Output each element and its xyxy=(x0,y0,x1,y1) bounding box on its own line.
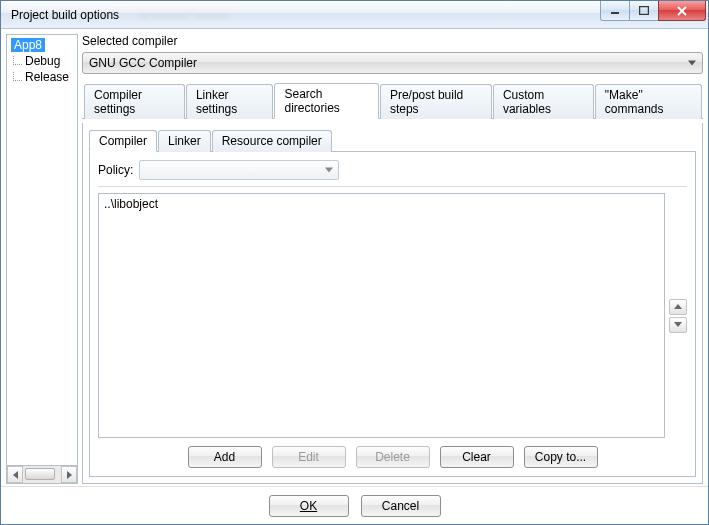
dialog-buttons: OK Cancel xyxy=(1,486,708,524)
title-blurred: — ——— · ——— xyxy=(139,9,228,21)
add-button[interactable]: Add xyxy=(188,446,262,468)
scroll-left-button[interactable] xyxy=(7,466,23,483)
inner-tab-panel: Policy: ..\libobject xyxy=(89,152,696,477)
window-controls xyxy=(601,1,708,28)
tab-compiler-settings[interactable]: Compiler settings xyxy=(84,84,185,119)
tab-make-commands[interactable]: "Make" commands xyxy=(595,84,702,119)
selected-compiler-label: Selected compiler xyxy=(82,34,703,48)
right-content: Selected compiler GNU GCC Compiler Compi… xyxy=(82,34,703,484)
scroll-thumb[interactable] xyxy=(25,468,55,480)
tab-prepost-build[interactable]: Pre/post build steps xyxy=(380,84,492,119)
chevron-down-icon xyxy=(325,168,333,173)
policy-combo[interactable] xyxy=(139,160,339,180)
compiler-combo-value: GNU GCC Compiler xyxy=(89,56,197,70)
chevron-left-icon xyxy=(13,471,18,479)
window-title: Project build options xyxy=(1,8,119,22)
chevron-down-icon xyxy=(674,322,682,327)
tree-hscrollbar[interactable] xyxy=(6,466,78,484)
chevron-down-icon xyxy=(688,61,696,66)
tree-child-node[interactable]: Release xyxy=(9,69,75,85)
svg-rect-1 xyxy=(640,7,649,15)
tree-child-node[interactable]: Debug xyxy=(9,53,75,69)
scroll-right-button[interactable] xyxy=(61,466,77,483)
reorder-buttons xyxy=(669,193,687,438)
separator xyxy=(98,186,687,187)
ok-label: OK xyxy=(300,499,317,513)
maximize-button[interactable] xyxy=(629,1,659,21)
outer-tab-panel: Compiler Linker Resource compiler Policy… xyxy=(82,123,703,484)
clear-button[interactable]: Clear xyxy=(440,446,514,468)
chevron-right-icon xyxy=(67,471,72,479)
compiler-combo[interactable]: GNU GCC Compiler xyxy=(82,52,703,74)
chevron-up-icon xyxy=(674,304,682,309)
minimize-icon xyxy=(610,7,620,15)
policy-label: Policy: xyxy=(98,163,133,177)
tree-root-node[interactable]: App8 xyxy=(9,37,75,53)
tab-linker-settings[interactable]: Linker settings xyxy=(186,84,274,119)
scroll-track[interactable] xyxy=(23,466,61,483)
move-up-button[interactable] xyxy=(669,299,687,315)
tab-compiler[interactable]: Compiler xyxy=(89,130,157,152)
tab-search-directories[interactable]: Search directories xyxy=(274,83,378,119)
title-bar: Project build options — ——— · ——— xyxy=(1,1,708,29)
move-down-button[interactable] xyxy=(669,317,687,333)
ok-button[interactable]: OK xyxy=(269,495,349,517)
list-item[interactable]: ..\libobject xyxy=(104,197,659,211)
tab-custom-variables[interactable]: Custom variables xyxy=(493,84,594,119)
directories-listbox[interactable]: ..\libobject xyxy=(98,193,665,438)
minimize-button[interactable] xyxy=(600,1,630,21)
svg-rect-0 xyxy=(611,12,619,14)
tree-root-label: App8 xyxy=(11,38,45,52)
window: Project build options — ——— · ——— App8 D… xyxy=(0,0,709,525)
close-icon xyxy=(676,6,688,16)
edit-button[interactable]: Edit xyxy=(272,446,346,468)
inner-tabstrip: Compiler Linker Resource compiler xyxy=(89,129,696,152)
list-buttons-row: Add Edit Delete Clear Copy to... xyxy=(98,446,687,468)
tab-resource-compiler[interactable]: Resource compiler xyxy=(212,130,332,152)
close-button[interactable] xyxy=(658,1,706,21)
cancel-button[interactable]: Cancel xyxy=(361,495,441,517)
delete-button[interactable]: Delete xyxy=(356,446,430,468)
tab-linker[interactable]: Linker xyxy=(158,130,211,152)
copy-to-button[interactable]: Copy to... xyxy=(524,446,598,468)
maximize-icon xyxy=(639,6,649,15)
target-tree-panel: App8 Debug Release xyxy=(6,34,78,484)
outer-tabstrip: Compiler settings Linker settings Search… xyxy=(82,82,703,119)
target-tree[interactable]: App8 Debug Release xyxy=(6,34,78,466)
client-area: App8 Debug Release Selected compiler GNU… xyxy=(1,29,708,524)
